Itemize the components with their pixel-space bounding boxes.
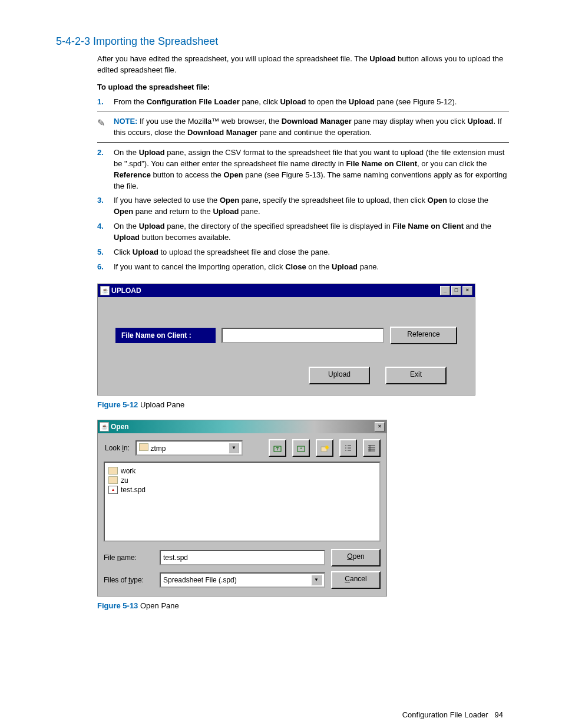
- upload-button[interactable]: Upload: [309, 367, 370, 384]
- open-button[interactable]: Open: [331, 549, 381, 566]
- intro-paragraph: After you have edited the spreadsheet, y…: [97, 54, 509, 76]
- up-one-level-button[interactable]: [269, 439, 286, 457]
- note-block: ✎ NOTE: If you use the Mozilla™ web brow…: [97, 116, 509, 139]
- step-6: 6. If you want to cancel the importing o…: [97, 262, 509, 273]
- details-view-button[interactable]: [363, 439, 381, 457]
- upload-dialog: ☕ UPLOAD _ □ × File Name on Client : Ref…: [97, 284, 475, 396]
- open-titlebar: ☕ Open ×: [98, 420, 386, 433]
- new-folder-button[interactable]: [316, 439, 333, 457]
- folder-icon: [139, 443, 148, 451]
- file-name-input[interactable]: test.spd: [160, 550, 325, 565]
- folder-item[interactable]: work: [108, 466, 376, 476]
- cancel-button[interactable]: Cancel: [331, 571, 381, 589]
- files-of-type-dropdown[interactable]: Spreadsheet File (.spd) ▼: [160, 572, 325, 588]
- close-button[interactable]: ×: [462, 286, 472, 295]
- close-button[interactable]: ×: [375, 422, 385, 431]
- folder-item[interactable]: zu: [108, 476, 376, 485]
- step-2: 2. On the Upload pane, assign the CSV fo…: [97, 147, 509, 192]
- step-1: 1. From the Configuration File Loader pa…: [97, 97, 509, 108]
- list-view-button[interactable]: [339, 439, 357, 457]
- chevron-down-icon: ▼: [229, 443, 239, 453]
- step-4: 4. On the Upload pane, the directory of …: [97, 221, 509, 243]
- upload-title-text: UPLOAD: [111, 286, 141, 295]
- reference-button[interactable]: Reference: [390, 327, 457, 344]
- page-footer: Configuration File Loader 94: [56, 710, 509, 719]
- maximize-button[interactable]: □: [451, 286, 461, 295]
- section-heading: 5-4-2-3 Importing the Spreadsheet: [56, 35, 509, 48]
- minimize-button[interactable]: _: [440, 286, 450, 295]
- svg-text:*: *: [300, 446, 302, 452]
- step-5: 5. Click Upload to upload the spreadshee…: [97, 247, 509, 258]
- chevron-down-icon: ▼: [311, 575, 322, 585]
- java-cup-icon: ☕: [100, 286, 110, 295]
- exit-button[interactable]: Exit: [385, 367, 447, 384]
- upload-titlebar: ☕ UPLOAD _ □ ×: [98, 284, 475, 297]
- step-3: 3. If you have selected to use the Open …: [97, 195, 509, 218]
- look-in-label: Look in:: [105, 444, 130, 452]
- folder-icon: [108, 467, 118, 475]
- files-of-type-label: Files of type:: [104, 576, 154, 584]
- open-dialog: ☕ Open × Look in: ztmp ▼ * work: [97, 420, 387, 597]
- file-name-label: File name:: [104, 554, 154, 562]
- note-icon: ✎: [97, 116, 114, 130]
- folder-icon: [108, 476, 118, 484]
- separator-top: [97, 111, 509, 111]
- figure-5-13-caption: Figure 5-13 Open Pane: [97, 601, 509, 610]
- look-in-dropdown[interactable]: ztmp ▼: [135, 440, 243, 456]
- java-cup-icon: ☕: [100, 422, 109, 431]
- open-title-text: Open: [111, 423, 129, 431]
- subheading: To upload the spreadsheet file:: [97, 82, 509, 93]
- figure-5-12-caption: Figure 5-12 Upload Pane: [97, 400, 509, 409]
- file-list-area[interactable]: work zu ▲test.spd: [104, 462, 381, 542]
- file-name-on-client-input[interactable]: [222, 328, 384, 343]
- file-name-on-client-label: File Name on Client :: [115, 328, 216, 343]
- file-icon: ▲: [108, 486, 118, 494]
- separator-bottom: [97, 142, 509, 143]
- file-item[interactable]: ▲test.spd: [108, 485, 376, 495]
- home-button[interactable]: *: [292, 439, 310, 457]
